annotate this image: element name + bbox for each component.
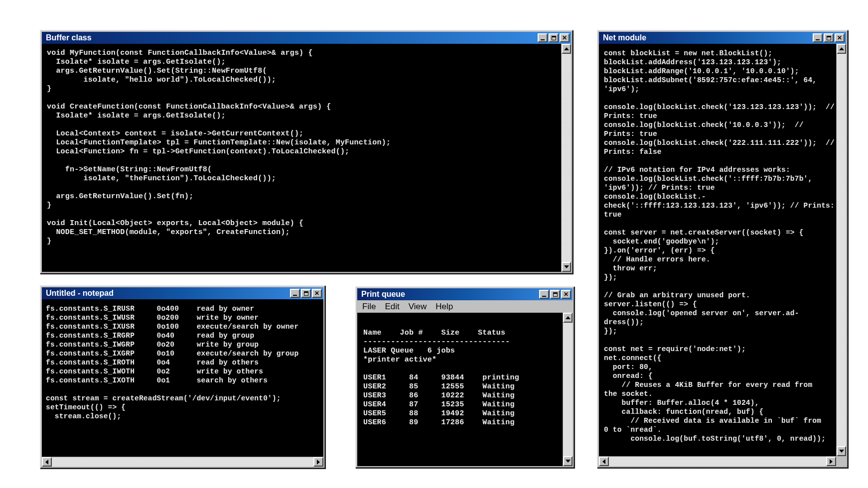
scroll-right-button[interactable] (313, 457, 323, 467)
maximize-button[interactable] (301, 289, 311, 298)
arrow-left-icon (45, 460, 48, 465)
window-print-queue: Print queue ✕ File Edit View Help Name J… (355, 286, 575, 468)
minimize-button[interactable] (813, 33, 823, 42)
close-button[interactable]: ✕ (560, 33, 570, 42)
close-icon: ✕ (562, 34, 567, 41)
close-button[interactable]: ✕ (561, 290, 571, 299)
client-area: void MyFunction(const FunctionCallbackIn… (42, 44, 571, 272)
arrow-down-icon (564, 265, 569, 268)
scroll-right-button[interactable] (826, 457, 836, 466)
scroll-down-button[interactable] (562, 262, 571, 272)
scroll-left-button[interactable] (599, 457, 609, 466)
code-content[interactable]: const blockList = new net.BlockList(); b… (599, 44, 836, 448)
close-icon: ✕ (314, 290, 319, 297)
arrow-right-icon (317, 460, 320, 465)
close-icon: ✕ (564, 291, 569, 298)
menu-view[interactable]: View (409, 302, 427, 312)
arrow-down-icon (839, 450, 844, 453)
window-controls: ✕ (539, 290, 571, 299)
window-controls: ✕ (538, 33, 570, 42)
vertical-scrollbar[interactable] (836, 44, 846, 456)
scrollbar-corner (836, 456, 846, 466)
close-icon: ✕ (837, 34, 842, 41)
maximize-icon (304, 291, 308, 296)
maximize-icon (553, 292, 558, 297)
scroll-up-button[interactable] (562, 44, 571, 54)
menubar: File Edit View Help (357, 300, 573, 313)
horizontal-scrollbar[interactable] (599, 456, 836, 466)
client-area: Name Job # Size Status -----------------… (357, 313, 573, 466)
maximize-icon (827, 36, 831, 40)
window-controls: ✕ (813, 33, 845, 42)
scroll-down-button[interactable] (837, 446, 846, 456)
titlebar[interactable]: Untitled - notepad ✕ (42, 287, 323, 299)
menu-file[interactable]: File (362, 302, 376, 312)
scroll-track[interactable] (562, 54, 571, 262)
titlebar[interactable]: Print queue ✕ (357, 288, 573, 300)
scroll-up-button[interactable] (837, 44, 846, 54)
scroll-track[interactable] (609, 457, 826, 466)
queue-content[interactable]: Name Job # Size Status -----------------… (357, 313, 563, 434)
close-button[interactable]: ✕ (312, 289, 322, 298)
title-text: Print queue (361, 290, 405, 299)
arrow-up-icon (566, 316, 571, 319)
window-buffer-class: Buffer class ✕ void MyFunction(const Fun… (40, 30, 573, 274)
scroll-up-button[interactable] (563, 313, 573, 323)
minimize-icon (542, 296, 546, 297)
titlebar[interactable]: Net module ✕ (599, 32, 846, 44)
scroll-track[interactable] (837, 54, 846, 446)
window-notepad: Untitled - notepad ✕ fs.constants.S_IRUS… (40, 285, 325, 469)
scroll-left-button[interactable] (42, 457, 52, 467)
text-content[interactable]: fs.constants.S_IRUSR 0o400 read by owner… (42, 299, 323, 426)
code-content[interactable]: void MyFunction(const FunctionCallbackIn… (42, 44, 561, 251)
vertical-scrollbar[interactable] (563, 313, 573, 466)
title-text: Untitled - notepad (46, 289, 114, 298)
horizontal-scrollbar[interactable] (42, 457, 323, 467)
client-area: fs.constants.S_IRUSR 0o400 read by owner… (42, 299, 323, 467)
maximize-button[interactable] (549, 33, 559, 42)
menu-help[interactable]: Help (435, 302, 453, 312)
client-area: const blockList = new net.BlockList(); b… (599, 44, 846, 466)
arrow-up-icon (839, 47, 844, 50)
minimize-button[interactable] (290, 289, 300, 298)
titlebar[interactable]: Buffer class ✕ (42, 32, 571, 44)
window-controls: ✕ (290, 289, 322, 298)
minimize-icon (541, 39, 545, 40)
title-text: Net module (603, 33, 646, 42)
maximize-icon (552, 36, 556, 40)
arrow-left-icon (602, 459, 605, 464)
arrow-down-icon (566, 460, 571, 463)
title-text: Buffer class (46, 33, 92, 42)
minimize-icon (293, 295, 297, 296)
minimize-button[interactable] (538, 33, 548, 42)
vertical-scrollbar[interactable] (561, 44, 571, 272)
minimize-icon (816, 39, 820, 40)
arrow-up-icon (564, 47, 569, 50)
menu-edit[interactable]: Edit (385, 302, 399, 312)
scroll-down-button[interactable] (563, 456, 573, 466)
minimize-button[interactable] (539, 290, 549, 299)
scroll-track[interactable] (52, 457, 313, 467)
maximize-button[interactable] (550, 290, 560, 299)
maximize-button[interactable] (824, 33, 834, 42)
close-button[interactable]: ✕ (835, 33, 845, 42)
window-net-module: Net module ✕ const blockList = new net.B… (597, 30, 848, 468)
arrow-right-icon (830, 459, 833, 464)
scroll-track[interactable] (563, 323, 573, 456)
